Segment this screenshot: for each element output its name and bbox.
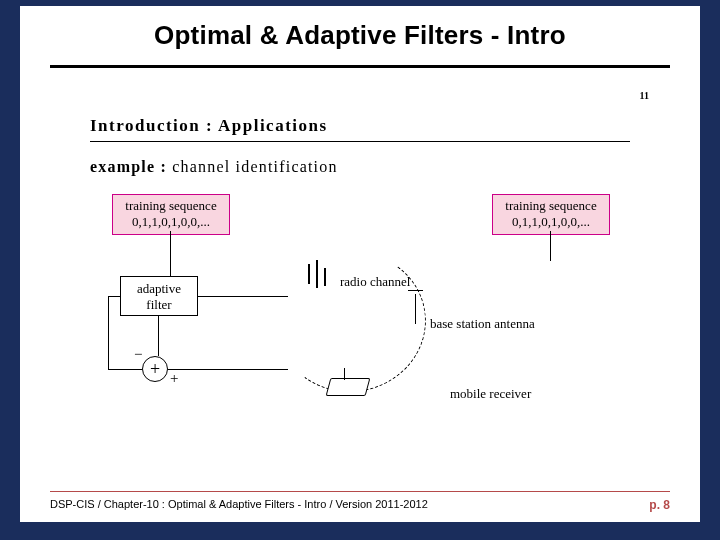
sign-plus: + xyxy=(170,370,178,387)
footer: DSP-CIS / Chapter-10 : Optimal & Adaptiv… xyxy=(50,491,670,510)
footer-text: DSP-CIS / Chapter-10 : Optimal & Adaptiv… xyxy=(50,498,428,510)
training-sequence-right: training sequence0,1,1,0,1,0,0,... xyxy=(492,194,610,235)
example-label: example : xyxy=(90,158,167,175)
label-base-station: base station antenna xyxy=(430,316,535,332)
line xyxy=(198,296,288,297)
content-area: 11 Introduction : Applications example :… xyxy=(80,86,655,466)
line xyxy=(170,231,171,276)
adaptive-filter-box: adaptivefilter xyxy=(120,276,198,316)
sign-minus: − xyxy=(134,346,142,363)
line xyxy=(108,369,142,370)
page-title: Optimal & Adaptive Filters - Intro xyxy=(50,20,670,51)
line xyxy=(108,296,120,297)
title-rule xyxy=(50,65,670,68)
page-number: p. 8 xyxy=(649,498,670,512)
summer-node: + xyxy=(142,356,168,382)
section-rule xyxy=(90,141,630,142)
mobile-receiver-icon xyxy=(326,378,371,396)
example-text: channel identification xyxy=(167,158,338,175)
line xyxy=(168,369,288,370)
line xyxy=(550,231,551,261)
example-line: example : channel identification xyxy=(90,158,338,176)
section-header: Introduction : Applications xyxy=(90,116,328,136)
mobile-receiver-antenna xyxy=(344,368,345,380)
diagram: training sequence0,1,1,0,1,0,0,... train… xyxy=(80,186,640,446)
line xyxy=(158,316,159,356)
title-area: Optimal & Adaptive Filters - Intro xyxy=(20,6,700,59)
training-sequence-left: training sequence0,1,1,0,1,0,0,... xyxy=(112,194,230,235)
inner-page-number: 11 xyxy=(640,90,649,101)
label-mobile-receiver: mobile receiver xyxy=(450,386,531,402)
line xyxy=(108,296,109,369)
slide: Optimal & Adaptive Filters - Intro 11 In… xyxy=(20,6,700,522)
